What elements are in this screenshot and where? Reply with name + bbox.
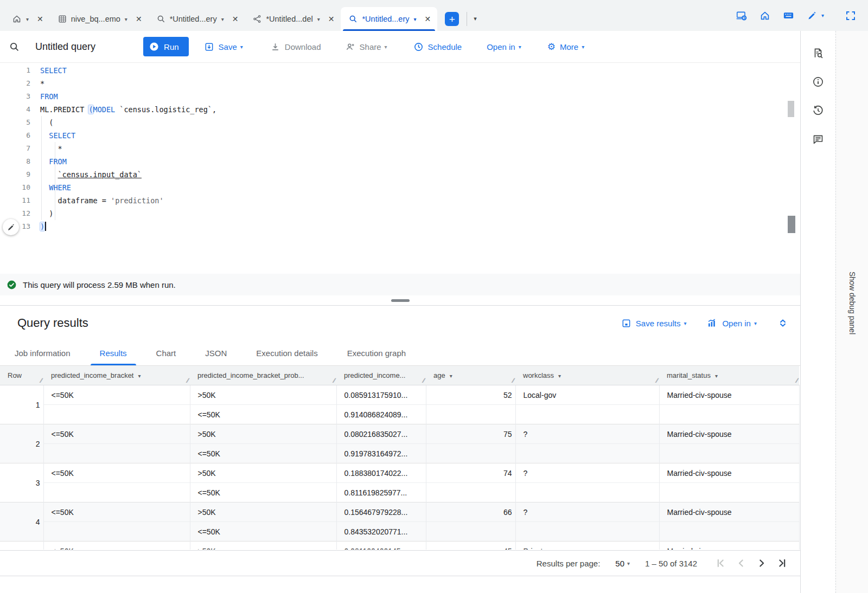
- code-line: ML.PREDICT (MODEL `census.logistic_reg`,: [40, 103, 784, 116]
- save-icon: [621, 318, 631, 328]
- editor-tab[interactable]: *Untitled...del▾✕: [245, 7, 341, 31]
- results-tab-results[interactable]: Results: [85, 340, 142, 365]
- tab-caret-icon[interactable]: ▾: [414, 16, 417, 22]
- cell: >50K: [190, 463, 336, 483]
- column-header[interactable]: predicted_income_bracket_prob...∕∕: [190, 366, 336, 385]
- results-open-in-button[interactable]: Open in▾: [707, 318, 757, 328]
- more-caret-icon: ▾: [582, 44, 584, 50]
- cell: 3: [0, 463, 43, 502]
- code-line: SELECT: [40, 129, 784, 142]
- feedback-icon[interactable]: [812, 133, 824, 145]
- cell: Local-gov: [515, 385, 659, 405]
- column-header[interactable]: predicted_income_bracket▾∕∕: [43, 366, 190, 385]
- cloud-shell-icon[interactable]: [736, 10, 747, 21]
- column-header[interactable]: marital_status▾∕∕: [659, 366, 799, 385]
- tabbar-actions: ▾: [736, 0, 856, 31]
- first-page-icon: [714, 557, 726, 569]
- results-tab-chart[interactable]: Chart: [142, 340, 191, 365]
- save-results-button[interactable]: Save results▾: [621, 318, 687, 328]
- cell: 0.843532020771...: [336, 522, 426, 542]
- cell: [515, 444, 659, 463]
- tab-label: nive_bq...emo: [71, 15, 120, 23]
- play-icon: [149, 41, 159, 52]
- gemini-assist-button[interactable]: [3, 219, 19, 235]
- table-row-secondary: <=50K0.843532020771...: [0, 522, 799, 542]
- column-header[interactable]: Row∕∕: [0, 366, 43, 385]
- code-line: *: [40, 142, 784, 155]
- magic-pen-caret-icon[interactable]: ▾: [821, 12, 824, 18]
- cell: [515, 522, 659, 542]
- cell: Married-civ-spouse: [659, 502, 799, 522]
- per-page-select[interactable]: 50 ▾: [615, 559, 630, 568]
- tab-list-caret-icon[interactable]: ▾: [474, 15, 477, 22]
- cell: <=50K: [43, 385, 190, 405]
- run-button[interactable]: Run: [143, 37, 189, 56]
- editor-scrollbar-thumb[interactable]: [788, 101, 794, 117]
- tabbar-divider: [467, 12, 467, 26]
- results-tab-execution-graph[interactable]: Execution graph: [333, 340, 420, 365]
- editor-tab[interactable]: *Untitled...ery▾✕: [149, 7, 245, 31]
- cell: [426, 522, 515, 542]
- code-line: FROM: [40, 90, 784, 103]
- column-caret-icon[interactable]: ▾: [715, 373, 718, 379]
- fullscreen-icon[interactable]: [845, 10, 856, 21]
- column-resize-handle[interactable]: ∕∕: [797, 377, 799, 384]
- search-doc-icon[interactable]: [812, 47, 824, 59]
- save-button[interactable]: Save▾: [204, 42, 243, 52]
- open-in-button[interactable]: Open in▾: [487, 42, 521, 51]
- tab-close-icon[interactable]: ✕: [327, 15, 336, 23]
- tab-caret-icon[interactable]: ▾: [221, 16, 224, 22]
- results-header: Query results Save results▾ Open in▾: [0, 306, 800, 340]
- query-toolbar: Untitled query Run Save▾ Download Share▾…: [0, 31, 800, 63]
- sql-code[interactable]: SELECT*FROMML.PREDICT (MODEL `census.log…: [40, 64, 784, 233]
- column-caret-icon[interactable]: ▾: [138, 373, 141, 379]
- magic-pen-icon[interactable]: [807, 10, 818, 21]
- editor-tab[interactable]: nive_bq...emo▾✕: [50, 7, 149, 31]
- results-tab-execution-details[interactable]: Execution details: [241, 340, 332, 365]
- tab-caret-icon[interactable]: ▾: [125, 16, 127, 22]
- cell: Married-civ-spouse: [659, 424, 799, 444]
- schedule-button[interactable]: Schedule: [413, 42, 462, 52]
- info-icon[interactable]: [812, 76, 824, 88]
- code-line: SELECT: [40, 64, 784, 77]
- share-caret-icon: ▾: [385, 44, 387, 50]
- cell: <=50K: [190, 405, 336, 424]
- table-row: 3<=50K>50K0.188380174022...74?Married-ci…: [0, 463, 799, 483]
- results-tab-json[interactable]: JSON: [190, 340, 241, 365]
- table-row: 1<=50K>50K0.085913175910...52Local-govMa…: [0, 385, 799, 405]
- home-icon[interactable]: [760, 10, 770, 21]
- last-page-icon[interactable]: [776, 557, 788, 569]
- tab-close-icon[interactable]: ✕: [231, 15, 240, 23]
- column-header[interactable]: workclass▾∕∕: [515, 366, 659, 385]
- cell: 75: [426, 424, 515, 444]
- panel-drag-handle[interactable]: [391, 299, 410, 302]
- tab-close-icon[interactable]: ✕: [135, 15, 143, 23]
- column-header[interactable]: predicted_income...∕∕: [336, 366, 426, 385]
- more-button[interactable]: ⚙ More▾: [547, 42, 584, 51]
- download-button: Download: [270, 42, 321, 52]
- expand-collapse-icon[interactable]: [777, 318, 788, 328]
- sql-editor[interactable]: 12345678910111213 SELECT*FROMML.PREDICT …: [0, 63, 800, 274]
- tab-caret-icon[interactable]: ▾: [26, 16, 29, 22]
- table-row-secondary: <=50K0.914086824089...: [0, 405, 799, 424]
- next-page-icon[interactable]: [756, 557, 768, 569]
- show-debug-panel-label[interactable]: Show debug panel: [848, 272, 857, 334]
- query-results-panel: Query results Save results▾ Open in▾ Job…: [0, 305, 800, 593]
- results-tab-job-information[interactable]: Job information: [0, 340, 85, 365]
- line-numbers: 12345678910111213: [0, 64, 30, 233]
- tab-close-icon[interactable]: ✕: [424, 15, 432, 23]
- history-icon[interactable]: [812, 105, 824, 117]
- cell: [43, 444, 190, 463]
- cell: [659, 522, 799, 542]
- column-caret-icon[interactable]: ▾: [558, 373, 561, 379]
- tab-close-icon[interactable]: ✕: [36, 15, 44, 23]
- editor-tab-active[interactable]: *Untitled...ery▾✕: [341, 7, 437, 31]
- column-caret-icon[interactable]: ▾: [450, 373, 452, 379]
- editor-tab[interactable]: ▾✕: [4, 7, 50, 31]
- tab-caret-icon[interactable]: ▾: [317, 16, 320, 22]
- debug-panel-strip[interactable]: Show debug panel: [835, 31, 868, 593]
- new-tab-button[interactable]: +: [445, 12, 459, 26]
- editor-scroll-marker[interactable]: [788, 216, 795, 233]
- column-header[interactable]: age▾∕∕: [426, 366, 515, 385]
- keyboard-icon[interactable]: [783, 10, 794, 21]
